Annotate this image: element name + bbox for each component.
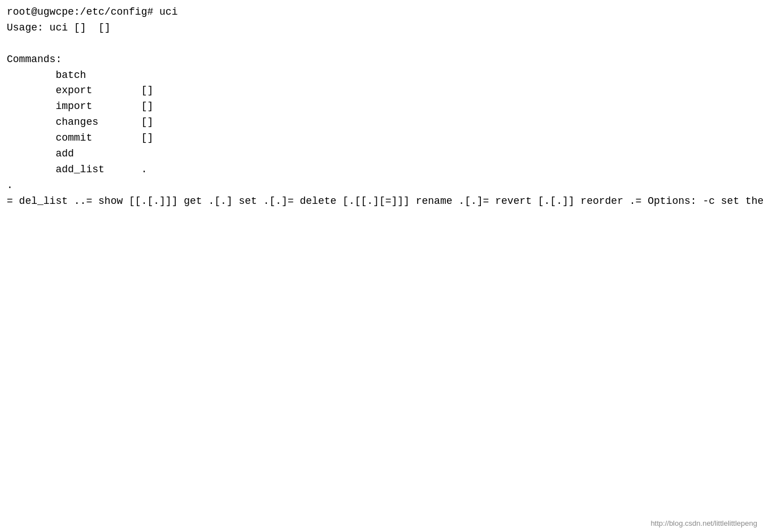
command-item: import [] <box>7 101 153 112</box>
command-item: export [] <box>7 85 153 96</box>
command-item: add_list ..= del_list ..= show [[.[.]]] … <box>7 164 757 210</box>
command-item: changes [] <box>7 116 153 128</box>
terminal-output: root@ugwcpe:/etc/config# uci Usage: uci … <box>7 5 757 210</box>
command-item: batch <box>7 69 129 81</box>
commands-header: Commands: <box>7 54 62 65</box>
prompt-line: root@ugwcpe:/etc/config# uci <box>7 6 177 18</box>
command-item: add <box>7 148 147 159</box>
command-item: commit [] <box>7 132 153 143</box>
watermark: http://blog.csdn.net/littlelittlepeng <box>650 519 757 527</box>
usage-line: Usage: uci [] [] <box>7 22 111 33</box>
